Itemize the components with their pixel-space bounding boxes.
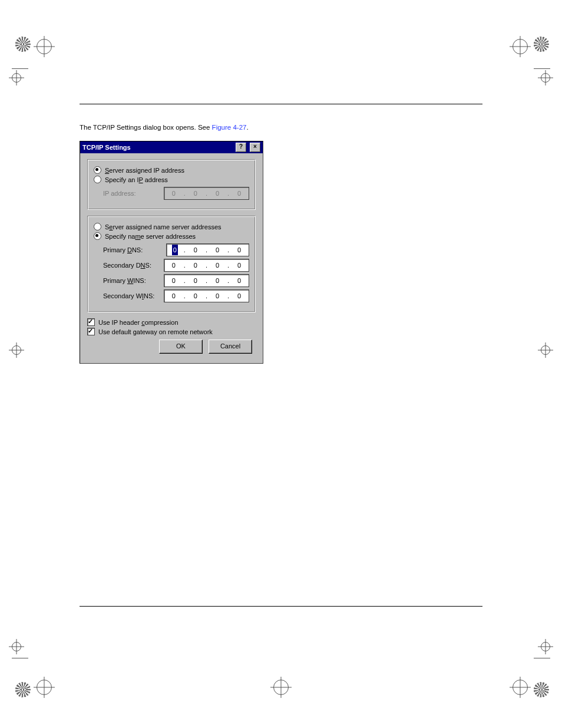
radio-specify-ns[interactable]: Specify name server addresses <box>94 232 249 240</box>
ip-octet <box>164 187 183 199</box>
close-button[interactable]: × <box>250 143 260 152</box>
checkbox-icon <box>87 328 95 335</box>
registration-mark-icon <box>513 680 528 695</box>
registration-mark-icon <box>541 73 550 83</box>
registration-fan-icon <box>15 37 31 52</box>
registration-fan-icon <box>534 682 549 697</box>
help-button[interactable]: ? <box>236 143 246 152</box>
primary-wins-input[interactable]: . . . <box>164 274 249 287</box>
crop-tick <box>534 68 550 69</box>
dialog-button-row: OK Cancel <box>87 337 256 358</box>
registration-mark-icon <box>541 642 550 651</box>
primary-wins-row: Primary WINS: . . . <box>103 274 249 287</box>
figure-reference-link[interactable]: Figure 4-27 <box>212 124 247 131</box>
radio-server-assigned-ip[interactable]: Server assigned IP address <box>94 166 249 174</box>
secondary-wins-input[interactable]: . . . <box>164 289 249 302</box>
close-icon: × <box>253 143 257 150</box>
ip-octet <box>230 187 249 199</box>
secondary-dns-row: Secondary DNS: . . . <box>103 259 249 272</box>
radio-server-assigned-ns[interactable]: Server assigned name server addresses <box>94 223 249 230</box>
primary-dns-row: Primary DNS: 0. . . <box>103 243 249 256</box>
ip-octet[interactable] <box>230 244 249 256</box>
document-page: The TCP/IP Settings dialog box opens. Se… <box>0 0 562 728</box>
registration-mark-icon <box>12 642 21 651</box>
ip-octet <box>186 187 205 199</box>
registration-mark-icon <box>541 345 550 355</box>
checkbox-default-gateway[interactable]: Use default gateway on remote network <box>87 328 256 335</box>
ip-octet[interactable] <box>230 290 249 302</box>
registration-mark-icon <box>12 73 21 83</box>
name-server-group: Server assigned name server addresses Sp… <box>87 216 256 312</box>
tcpip-settings-dialog: TCP/IP Settings ? × Server assigned IP a… <box>80 141 263 364</box>
ip-octet[interactable]: 0 <box>167 245 183 255</box>
registration-mark-icon <box>37 680 52 695</box>
registration-mark-icon <box>513 39 528 54</box>
registration-mark-icon <box>273 680 289 695</box>
radio-icon <box>94 232 101 240</box>
registration-mark-icon <box>37 39 52 54</box>
ip-octet[interactable] <box>230 275 249 286</box>
registration-mark-icon <box>12 345 21 355</box>
radio-icon <box>94 166 101 174</box>
ns-label: Primary WINS: <box>103 277 156 284</box>
crop-tick <box>12 68 28 69</box>
ip-octet <box>208 187 227 199</box>
secondary-wins-row: Secondary WINS: . . . <box>103 289 249 302</box>
crop-tick <box>12 658 28 658</box>
ns-label: Secondary WINS: <box>103 292 156 299</box>
dialog-body: Server assigned IP address Specify an IP… <box>80 153 263 363</box>
ns-label: Primary DNS: <box>103 246 158 253</box>
ip-octet[interactable] <box>208 275 227 286</box>
crop-tick <box>534 658 550 658</box>
ip-octet[interactable] <box>186 275 205 286</box>
ip-octet[interactable] <box>164 275 183 286</box>
ip-octet[interactable] <box>208 290 227 302</box>
ip-octet[interactable] <box>208 259 227 271</box>
ip-octet[interactable] <box>186 259 205 271</box>
checkbox-ip-header-compression[interactable]: Use IP header compression <box>87 318 256 326</box>
ip-address-label: IP address: <box>103 190 156 197</box>
registration-fan-icon <box>15 682 31 697</box>
radio-icon <box>94 223 101 230</box>
help-icon: ? <box>239 143 243 150</box>
primary-dns-input[interactable]: 0. . . <box>166 243 249 256</box>
radio-specify-ip[interactable]: Specify an IP address <box>94 176 249 183</box>
dialog-titlebar: TCP/IP Settings ? × <box>80 141 263 153</box>
ip-octet[interactable] <box>164 259 183 271</box>
ns-label: Secondary DNS: <box>103 262 156 269</box>
ip-octet[interactable] <box>186 290 205 302</box>
ip-octet[interactable] <box>186 244 205 256</box>
ip-address-input: . . . <box>164 187 249 200</box>
instruction-text: The TCP/IP Settings dialog box opens. Se… <box>80 123 480 133</box>
page-content-frame: The TCP/IP Settings dialog box opens. Se… <box>80 94 482 616</box>
radio-icon <box>94 176 101 183</box>
ok-button[interactable]: OK <box>159 340 203 354</box>
cancel-button[interactable]: Cancel <box>209 340 252 354</box>
registration-fan-icon <box>534 37 549 52</box>
ip-octet[interactable] <box>164 290 183 302</box>
ip-address-group: Server assigned IP address Specify an IP… <box>87 159 256 210</box>
dialog-title: TCP/IP Settings <box>82 144 131 151</box>
ip-octet[interactable] <box>230 259 249 271</box>
name-server-rows: Primary DNS: 0. . . Secondary DNS: <box>103 243 249 302</box>
secondary-dns-input[interactable]: . . . <box>164 259 249 272</box>
checkbox-icon <box>87 318 95 326</box>
ip-octet[interactable] <box>208 244 227 256</box>
